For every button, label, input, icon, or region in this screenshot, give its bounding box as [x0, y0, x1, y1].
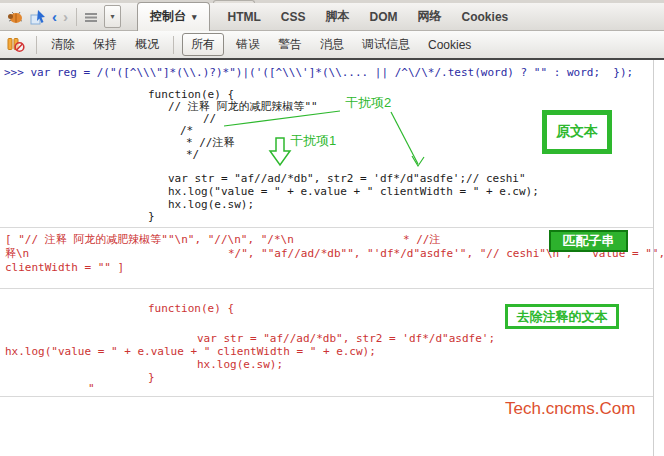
label-stripped-text-box: 去除注释的文本 — [505, 304, 619, 329]
main-toolbar: ‹ › ▾ 控制台 ▾ HTML CSS 脚本 DOM 网络 Cookies — [0, 3, 664, 31]
row-separator — [0, 396, 653, 397]
code-line: */ — [186, 148, 199, 161]
options-dropdown-button[interactable]: ▾ — [104, 5, 121, 28]
tab-css[interactable]: CSS — [271, 5, 316, 29]
tab-script[interactable]: 脚本 — [316, 3, 360, 30]
stripped-code-line: } — [148, 371, 155, 384]
persist-button[interactable]: 保持 — [84, 33, 126, 56]
filter-all-button[interactable]: 所有 — [182, 33, 224, 56]
filter-messages-button[interactable]: 消息 — [311, 33, 353, 56]
annotation-distractor2: 干扰项2 — [345, 94, 391, 112]
inspect-element-icon[interactable] — [30, 9, 46, 25]
firebug-bug-icon[interactable] — [6, 10, 24, 24]
tab-dom[interactable]: DOM — [360, 5, 408, 29]
chevron-down-icon: ▾ — [192, 12, 197, 22]
console-filter-toolbar: 清除 保持 概况 所有 错误 警告 消息 调试信息 Cookies — [0, 31, 664, 60]
forward-icon[interactable]: › — [63, 9, 68, 24]
annotation-distractor1: 干扰项1 — [290, 132, 336, 150]
code-line: // 注释 阿龙的减肥辣椒等"" — [168, 100, 318, 113]
filter-debug-info-button[interactable]: 调试信息 — [353, 33, 419, 56]
tab-net[interactable]: 网络 — [408, 3, 452, 30]
match-output-line: clientWidth = "" ] — [5, 261, 124, 274]
filter-errors-button[interactable]: 错误 — [227, 33, 269, 56]
code-line: var str = "af//ad/*db", str2 = 'df*/d"as… — [168, 172, 526, 185]
filter-warnings-button[interactable]: 警告 — [269, 33, 311, 56]
match-output-line: 释\n — [5, 247, 29, 260]
tab-html[interactable]: HTML — [218, 5, 271, 29]
clear-button[interactable]: 清除 — [42, 33, 84, 56]
stripped-code-line: hx.log("value = " + e.value + " clientWi… — [5, 345, 376, 358]
firebug-console-window: ‹ › ▾ 控制台 ▾ HTML CSS 脚本 DOM 网络 Cookies — [0, 0, 664, 456]
code-line: // — [203, 112, 216, 125]
console-command-echo: >>> var reg = /("([^\\\"]*(\\.)?)*")|('(… — [4, 66, 633, 79]
stripped-code-line: function(e) { — [148, 302, 234, 315]
toolbar-separator — [173, 36, 174, 54]
back-icon[interactable]: ‹ — [52, 9, 57, 24]
stripped-code-line: hx.log(e.sw); — [197, 358, 283, 371]
row-separator — [0, 227, 653, 228]
watermark-text: Tech.cncms.Com — [505, 399, 635, 419]
toolbar-separator — [76, 8, 77, 26]
filter-cookies-button[interactable]: Cookies — [419, 35, 480, 55]
label-matched-substrings-box: 匹配子串 — [549, 230, 628, 252]
toolbar-separator — [36, 36, 37, 54]
tab-console[interactable]: 控制台 ▾ — [137, 2, 210, 31]
code-line: } — [148, 210, 155, 223]
code-line: hx.log("value = " + e.value + " clientWi… — [168, 185, 539, 198]
label-original-text-box: 原文本 — [542, 110, 612, 154]
tab-console-label: 控制台 — [150, 8, 186, 25]
stripped-code-line: var str = "af//ad/*db", str2 = 'df*/d"as… — [197, 332, 495, 345]
match-output-line: * //注 — [403, 233, 441, 246]
code-line: hx.log(e.sw); — [168, 198, 254, 211]
row-separator — [0, 288, 653, 289]
tab-cookies[interactable]: Cookies — [452, 5, 519, 29]
match-output-line: [ "// 注释 阿龙的减肥辣椒等""\n", "//\n", "/*\n — [5, 233, 294, 246]
profile-button[interactable]: 概况 — [126, 33, 168, 56]
command-history-menu-icon[interactable] — [85, 12, 97, 22]
console-right-border — [653, 60, 654, 456]
stripped-code-line: " — [88, 382, 95, 395]
break-on-error-icon[interactable] — [6, 37, 26, 53]
